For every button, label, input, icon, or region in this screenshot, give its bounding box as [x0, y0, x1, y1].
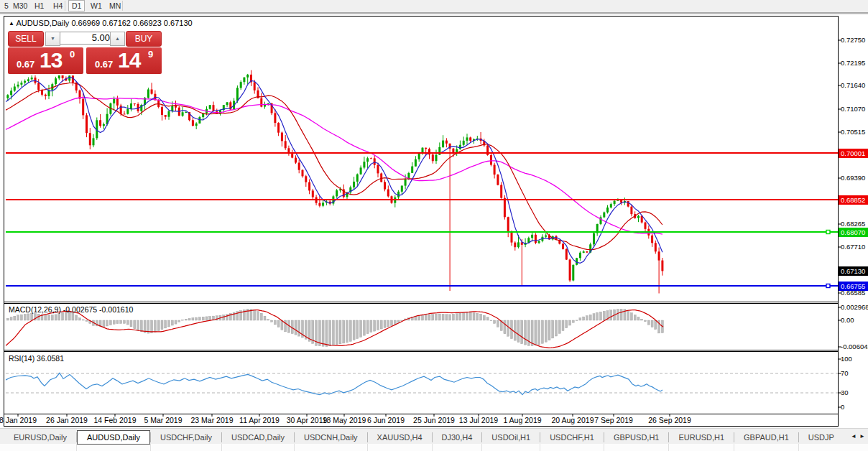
macd-axis-label: 0.00 — [841, 316, 854, 324]
sell-price-small: 0.67 — [17, 59, 34, 70]
price-tag-0.68852: 0.68852 — [839, 195, 868, 205]
chart-tab-eurusd-h1[interactable]: EURUSD,H1 — [669, 430, 734, 445]
buy-price-small: 0.67 — [95, 59, 113, 70]
price-axis-label: 0.67710 — [841, 243, 865, 251]
macd-label: MACD(12,26,9) -0.002675 -0.001610 — [9, 305, 133, 314]
date-axis-label: 20 Aug 2019 — [552, 416, 594, 424]
date-axis-label: 14 Feb 2019 — [94, 416, 137, 424]
chart-title: ▲ AUDUSD,Daily 0.66969 0.67162 0.66923 0… — [9, 19, 193, 27]
strip-line — [221, 444, 222, 451]
strip-line — [668, 444, 669, 451]
strip-line — [540, 444, 540, 451]
macd-pane[interactable] — [4, 309, 664, 348]
chart-tab-usdoil-h1[interactable]: USDOil,H1 — [482, 430, 540, 445]
price-tag-0.70001: 0.70001 — [839, 149, 868, 158]
rsi-axis-label: 0 — [841, 403, 844, 411]
price-axis-label: 0.71640 — [841, 81, 865, 89]
strip-line — [432, 444, 433, 451]
tab-strip-bottom — [0, 444, 868, 451]
date-axis-label: 7 Sep 2019 — [594, 416, 633, 424]
date-axis-label: 8 Jan 2019 — [0, 416, 37, 424]
date-axis-label: 1 Aug 2019 — [503, 416, 541, 424]
price-axis-label: 0.70515 — [841, 128, 865, 136]
strip-line — [481, 444, 482, 451]
price-axis-label: 0.68265 — [841, 220, 865, 228]
date-axis-label: 13 Jul 2019 — [459, 416, 498, 424]
one-click-trade-panel: SELL ▼ 5.00 ▲ BUY 0.67 13 0 0.67 14 9 — [6, 29, 162, 75]
trading-terminal: { "toolbar": { "timeframes": [ {"label":… — [0, 0, 868, 451]
chart-tab-audusd-daily[interactable]: AUDUSD,Daily — [77, 430, 150, 445]
chart-tab-usdjp[interactable]: USDJP — [799, 430, 844, 445]
sell-price-box[interactable]: 0.67 13 0 — [8, 47, 83, 74]
rsi-pane[interactable] — [2, 373, 838, 394]
buy-price-sup: 9 — [148, 49, 153, 60]
strip-line — [798, 444, 799, 451]
date-axis-label: 30 Apr 2019 — [287, 416, 328, 424]
date-axis-label: 11 Apr 2019 — [239, 416, 280, 424]
sell-button[interactable]: SELL — [8, 31, 44, 47]
chart-tab-gbpaud-h1[interactable]: GBPAUD,H1 — [734, 430, 798, 445]
date-axis-label: 26 Sep 2019 — [648, 416, 691, 424]
chart-tab-xauusd-h4[interactable]: XAUUSD,H4 — [368, 430, 432, 445]
strip-line — [604, 444, 604, 451]
strip-line — [76, 444, 77, 451]
rsi-axis-label: 100 — [841, 355, 852, 363]
chart-symbol-label: AUDUSD,Daily — [16, 19, 69, 27]
chart-tab-usdchf-h1[interactable]: USDCHF,H1 — [540, 430, 604, 445]
price-axis-label: 0.71070 — [841, 105, 865, 113]
sell-price-sup: 0 — [70, 49, 75, 60]
rsi-label: RSI(14) 36.0581 — [9, 354, 64, 363]
volume-input[interactable]: 5.00 — [60, 32, 114, 45]
date-axis-label: 25 Jun 2019 — [413, 416, 455, 424]
price-axis-label: 0.72750 — [841, 36, 865, 44]
volume-decrease-button[interactable]: ▼ — [45, 32, 60, 46]
date-axis-label: 5 Mar 2019 — [144, 416, 182, 424]
chart-tab-usdcnh-daily[interactable]: USDCNH,Daily — [295, 430, 367, 445]
price-tag-0.66755: 0.66755 — [839, 282, 868, 291]
date-axis-label: 23 Mar 2019 — [191, 416, 234, 424]
date-axis-label: 26 Jan 2019 — [46, 416, 88, 424]
price-tag-0.67130: 0.67130 — [839, 266, 868, 276]
chart-tabs: EURUSD,DailyAUDUSD,DailyUSDCHF,DailyUSDC… — [4, 430, 844, 445]
chart-tab-usdcad-daily[interactable]: USDCAD,Daily — [222, 430, 294, 445]
strip-line — [367, 444, 368, 451]
collapse-arrow-icon[interactable]: ▲ — [9, 20, 14, 27]
chart-tab-usdchf-daily[interactable]: USDCHF,Daily — [151, 430, 221, 445]
buy-button[interactable]: BUY — [126, 31, 162, 47]
price-axis-label: 0.69390 — [841, 174, 865, 182]
strip-line — [294, 444, 295, 451]
sell-price-big: 13 — [40, 48, 62, 73]
macd-axis-label: -0.006042 — [841, 343, 868, 350]
macd-axis-label: 0.002968 — [841, 303, 868, 311]
date-axis-label: 6 Jun 2019 — [367, 416, 405, 424]
strip-line — [734, 444, 734, 451]
volume-increase-button[interactable]: ▲ — [110, 32, 125, 46]
price-axis-label: 0.72195 — [841, 59, 865, 67]
rsi-axis-label: 70 — [841, 369, 849, 377]
buy-price-big: 14 — [118, 48, 140, 73]
rsi-axis-label: 30 — [841, 389, 849, 396]
tab-scroll-right-icon[interactable]: ► — [859, 433, 865, 440]
price-tag-0.68070: 0.68070 — [839, 228, 868, 237]
strip-line — [150, 444, 151, 451]
axis-ticks — [18, 40, 841, 417]
buy-price-box[interactable]: 0.67 14 9 — [86, 47, 162, 74]
chart-tab-eurusd-daily[interactable]: EURUSD,Daily — [4, 430, 76, 445]
tab-scroll-left-icon[interactable]: ◄ — [851, 433, 857, 440]
chart-ohlc-values: 0.66969 0.67162 0.66923 0.67130 — [71, 19, 192, 27]
price-pane[interactable] — [4, 69, 839, 294]
chart-tab-dj30-h4[interactable]: DJ30,H4 — [433, 430, 482, 445]
chart-tab-gbpusd-h1[interactable]: GBPUSD,H1 — [604, 430, 669, 445]
date-axis-label: 18 May 2019 — [323, 416, 366, 424]
